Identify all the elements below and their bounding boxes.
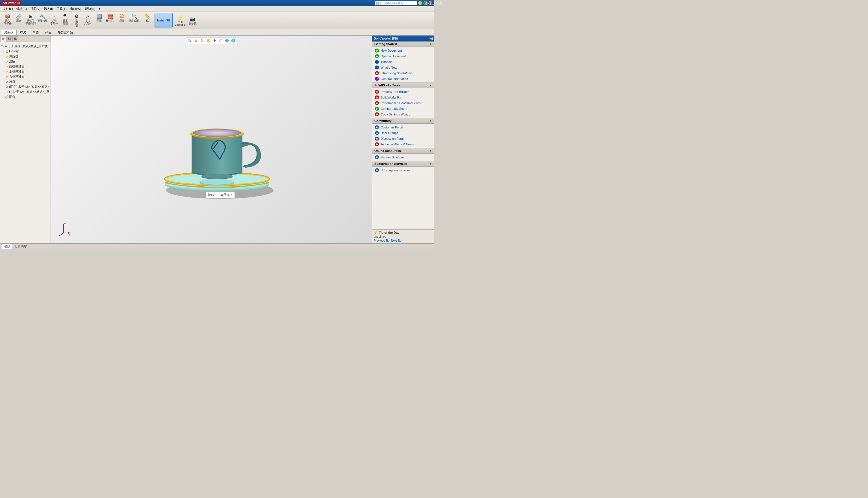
- link-subscription-services-text: Subscription Services: [381, 169, 410, 172]
- section-header-sw-tools[interactable]: SolidWorks Tools ▼: [372, 83, 434, 88]
- toolbar-mate[interactable]: 🔗 配合: [14, 12, 24, 28]
- tree-right-plane[interactable]: ▱ 右视基准面: [1, 74, 50, 79]
- link-compare-score[interactable]: ▶ Compare My Score: [374, 106, 432, 111]
- toolbar-assembly-section[interactable]: 📏 截: [142, 12, 153, 28]
- link-discussion-forum[interactable]: ◉ Discussion Forum: [374, 136, 432, 141]
- tree-plate[interactable]: 🔒 (固定) 盘子<2> (默认<<默认>: [1, 84, 50, 89]
- right-panel-collapse-icon[interactable]: ◀: [430, 37, 432, 40]
- menu-window[interactable]: 窗口(W): [68, 6, 83, 12]
- tab-sketch[interactable]: 草图: [30, 30, 41, 35]
- zoom-in-icon[interactable]: ⊕: [193, 38, 199, 43]
- link-property-tab-builder[interactable]: ◉ Property Tab Builder: [374, 89, 432, 94]
- menu-tools[interactable]: 工具(T): [55, 6, 68, 12]
- assembly-section-icon: 📏: [144, 13, 151, 19]
- toolbar-new-assembly[interactable]: 🆕 新建: [94, 12, 104, 28]
- tree-root[interactable]: 🔧 杯子加底座 (默认<默认_显示状...: [1, 43, 50, 49]
- link-sw-rx[interactable]: ◉ SolidWorks Rx: [374, 95, 432, 100]
- link-subscription-services[interactable]: ◉ Subscription Services: [374, 168, 432, 173]
- menu-edit[interactable]: 编辑(E): [15, 6, 28, 12]
- menu-more[interactable]: ▾: [97, 6, 102, 11]
- svg-text:Y: Y: [64, 223, 66, 226]
- tree-history[interactable]: ⌛ History: [1, 49, 50, 54]
- search-input[interactable]: [375, 1, 417, 5]
- link-general-info[interactable]: ↗ General Information: [374, 76, 432, 81]
- rotate-icon[interactable]: ↻: [200, 38, 205, 43]
- section-header-getting-started[interactable]: Getting Started ▼: [372, 41, 434, 47]
- axis-indicator: Y X: [56, 223, 71, 238]
- panel-tab-config[interactable]: 配: [7, 36, 12, 42]
- tree-front-plane-text: 前视基准面: [9, 64, 25, 69]
- scene-icon[interactable]: 🌐: [231, 38, 235, 43]
- menu-view[interactable]: 视图(V): [28, 6, 42, 12]
- photo-button[interactable]: 📷 拍快照: [187, 15, 198, 26]
- link-customer-portal[interactable]: ◉ Customer Portal: [374, 125, 432, 130]
- tab-assembly[interactable]: 装配体: [1, 30, 17, 35]
- photo-icon: 📷: [189, 15, 196, 22]
- section-header-community[interactable]: Community ▼: [372, 118, 434, 124]
- link-tutorials[interactable]: i Tutorials: [374, 59, 432, 64]
- statusbar-tab-model[interactable]: 模型: [2, 244, 12, 249]
- tree-mate[interactable]: 🔗 配合: [1, 94, 50, 100]
- statusbar-tab-motion[interactable]: 运动算例1: [12, 244, 30, 249]
- minimize-button[interactable]: —: [418, 1, 422, 5]
- instant3d-button[interactable]: Instant3D: [155, 13, 173, 28]
- link-technical-alerts[interactable]: ◉ Technical Alerts & News: [374, 142, 432, 147]
- tree-origin-text: 原点: [9, 80, 15, 84]
- right-panel: SolidWorks 资源 ◀ Getting Started ▼ ▶ New …: [372, 36, 434, 243]
- section-header-subscription[interactable]: Subscription Services ▼: [372, 161, 434, 167]
- menu-insert[interactable]: 插入(I): [42, 6, 54, 12]
- link-customer-portal-text: Customer Portal: [381, 126, 403, 129]
- menu-help[interactable]: 帮助(H): [83, 6, 97, 12]
- toolbar-linear-pattern[interactable]: ⊞ 线性零部件阵列: [25, 12, 36, 28]
- display-mode-icon[interactable]: 💠: [224, 38, 229, 43]
- pan-icon[interactable]: ✋: [206, 38, 211, 43]
- link-introducing[interactable]: ◉ Introducing SolidWorks: [374, 70, 432, 76]
- tree-annotations[interactable]: 📝 注解: [1, 59, 50, 64]
- link-copy-settings[interactable]: ◉ Copy Settings Wizard: [374, 112, 432, 117]
- toolbar-explode-view[interactable]: 🔍 爆炸视图...: [128, 12, 142, 28]
- toolbar-explode[interactable]: 💥 爆炸: [117, 12, 127, 28]
- linear-pattern-icon: ⊞: [27, 13, 34, 19]
- tree-history-text: History: [9, 49, 18, 53]
- toolbar-ref-geometry[interactable]: △ 参考几何体: [82, 12, 93, 28]
- speedpak-button[interactable]: ⚡ 更新Speedpak: [174, 14, 187, 27]
- tab-layout[interactable]: 布局: [17, 30, 29, 35]
- link-whats-new-text: What's New: [381, 66, 397, 69]
- toolbar-smart-fasteners[interactable]: 🔩 智能扣件: [37, 12, 48, 28]
- section-view-icon[interactable]: ◫: [218, 38, 223, 43]
- link-tutorials-text: Tutorials: [381, 60, 393, 64]
- tree-top-plane[interactable]: ▱ 上视基准面: [1, 69, 50, 74]
- toolbar-move-component[interactable]: ↔ 移动零部件: [49, 12, 59, 28]
- prev-tip-button[interactable]: Previous Tip: [374, 239, 390, 242]
- general-info-icon: ↗: [375, 77, 379, 81]
- toolbar-insert-component[interactable]: 📦 插入零部件: [2, 12, 13, 28]
- link-whats-new[interactable]: i What's New: [374, 65, 432, 70]
- explode-icon: 💥: [119, 13, 126, 19]
- tree-cup[interactable]: ⬡ (-) 杯子<2> (默认<<默认>_显: [1, 89, 50, 94]
- toolbar-display-hide[interactable]: 👁 显示隐藏: [60, 12, 71, 28]
- panel-tab-assembly[interactable]: 装: [1, 36, 6, 42]
- link-open-document[interactable]: ▶ Open a Document: [374, 54, 432, 59]
- canvas-area[interactable]: 🔍 ⊕ ↻ ✋ ⚙ ◫ 💠 🌐: [51, 36, 372, 243]
- technical-alerts-icon: ◉: [375, 142, 379, 146]
- solidworks-logo: SOLIDWORKS: [2, 1, 21, 5]
- tab-evaluate[interactable]: 评估: [42, 30, 54, 35]
- next-tip-button[interactable]: Next Tip: [391, 239, 401, 242]
- zoom-to-fit-icon[interactable]: 🔍: [187, 38, 192, 43]
- menu-file[interactable]: 文件(F): [1, 6, 15, 12]
- tree-sensors[interactable]: ⚡ 传感器: [1, 54, 50, 59]
- link-performance-benchmark[interactable]: ◉ Performance Benchmark Test: [374, 101, 432, 106]
- toolbar-assembly-config[interactable]: ⚙ 装配体: [71, 12, 82, 28]
- search-area[interactable]: — □ ✕: [375, 1, 432, 5]
- section-header-online-resources[interactable]: Online Resources ▼: [372, 148, 434, 154]
- tab-office[interactable]: 办公室产品: [54, 30, 76, 35]
- feature-tree: 🔧 杯子加底座 (默认<默认_显示状... ⌛ History ⚡ 传感器 📝 …: [0, 42, 51, 243]
- link-partner-solutions[interactable]: ◉ Partner Solutions: [374, 155, 432, 160]
- tree-origin[interactable]: ⊕ 原点: [1, 79, 50, 84]
- panel-tab-properties[interactable]: 属: [12, 36, 18, 42]
- toolbar-materials[interactable]: 🧱 材料明...: [105, 12, 116, 28]
- link-new-document[interactable]: ▶ New Document: [374, 48, 432, 53]
- link-user-groups[interactable]: ◉ User Groups: [374, 130, 432, 135]
- tree-front-plane[interactable]: ▱ 前视基准面: [1, 64, 50, 69]
- view-options-icon[interactable]: ⚙: [212, 38, 217, 43]
